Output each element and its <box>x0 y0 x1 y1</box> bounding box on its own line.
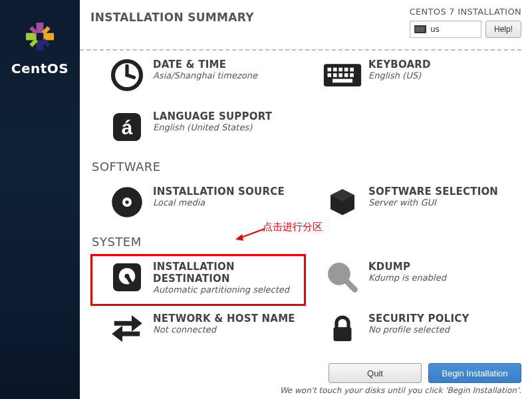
spoke-installation-destination[interactable]: INSTALLATION DESTINATION Automatic parti… <box>90 254 306 306</box>
keyboard-layout-indicator[interactable]: us <box>410 21 481 38</box>
spoke-keyboard[interactable]: KEYBOARD English (US) <box>306 52 521 104</box>
spoke-title: KDUMP <box>368 261 446 273</box>
spoke-title: SOFTWARE SELECTION <box>368 186 498 198</box>
svg-rect-18 <box>333 73 337 77</box>
content: DATE & TIME Asia/Shanghai timezone KEYBO… <box>80 52 532 363</box>
spoke-subtitle: Asia/Shanghai timezone <box>153 70 257 80</box>
spoke-software-selection[interactable]: SOFTWARE SELECTION Server with GUI <box>306 179 521 231</box>
spoke-subtitle: Not connected <box>153 325 295 334</box>
help-button[interactable]: Help! <box>485 21 521 38</box>
keyboard-layout-value: us <box>430 25 440 34</box>
network-arrows-icon <box>106 309 148 350</box>
main-panel: INSTALLATION SUMMARY CENTOS 7 INSTALLATI… <box>80 0 532 399</box>
svg-rect-13 <box>333 68 337 72</box>
svg-line-32 <box>346 281 355 290</box>
header: INSTALLATION SUMMARY CENTOS 7 INSTALLATI… <box>80 0 532 48</box>
svg-rect-22 <box>332 79 352 83</box>
spoke-subtitle: Kdump is enabled <box>368 273 446 283</box>
svg-rect-12 <box>328 68 332 72</box>
begin-installation-button[interactable]: Begin Installation <box>428 363 521 383</box>
spoke-title: INSTALLATION DESTINATION <box>153 261 303 285</box>
package-icon <box>322 182 363 223</box>
quit-button[interactable]: Quit <box>329 363 422 383</box>
disc-icon <box>106 182 148 223</box>
header-divider <box>80 49 521 51</box>
spoke-kdump[interactable]: KDUMP Kdump is enabled <box>306 254 521 306</box>
footer: Quit Begin Installation We won't touch y… <box>80 359 532 399</box>
brand-text: CentOS <box>11 61 68 76</box>
section-system-heading: SYSTEM <box>92 235 521 249</box>
keyboard-mini-icon <box>414 25 426 33</box>
spoke-title: NETWORK & HOST NAME <box>153 313 295 325</box>
footer-note: We won't touch your disks until you clic… <box>280 386 521 395</box>
spoke-title: KEYBOARD <box>368 59 431 70</box>
spoke-security-policy[interactable]: SECURITY POLICY No profile selected <box>306 306 521 358</box>
spoke-title: INSTALLATION SOURCE <box>153 186 285 198</box>
spoke-subtitle: English (US) <box>368 70 431 80</box>
spoke-installation-source[interactable]: INSTALLATION SOURCE Local media <box>90 179 306 231</box>
spoke-subtitle: Local media <box>153 198 285 207</box>
spoke-title: DATE & TIME <box>153 59 257 70</box>
spoke-date-time[interactable]: DATE & TIME Asia/Shanghai timezone <box>90 52 306 104</box>
svg-rect-16 <box>350 68 354 72</box>
spoke-subtitle: No profile selected <box>368 325 469 334</box>
svg-line-10 <box>127 75 134 78</box>
svg-point-27 <box>125 200 128 203</box>
svg-rect-14 <box>338 68 342 72</box>
logo: CentOS <box>11 17 68 399</box>
svg-rect-21 <box>350 73 354 77</box>
page-subtitle: CENTOS 7 INSTALLATION <box>410 7 521 17</box>
svg-rect-17 <box>328 73 332 77</box>
svg-rect-20 <box>344 73 348 77</box>
centos-logo-icon <box>20 17 60 57</box>
svg-rect-15 <box>344 68 348 72</box>
spoke-subtitle: Automatic partitioning selected <box>153 285 303 295</box>
spoke-title: LANGUAGE SUPPORT <box>153 110 272 122</box>
hard-disk-icon <box>106 257 148 298</box>
sidebar: CentOS <box>0 0 80 399</box>
spoke-title: SECURITY POLICY <box>368 313 469 325</box>
section-software-heading: SOFTWARE <box>92 160 521 174</box>
lock-icon <box>322 309 363 350</box>
spoke-network-hostname[interactable]: NETWORK & HOST NAME Not connected <box>90 306 306 358</box>
spoke-subtitle: English (United States) <box>153 122 272 132</box>
magnifier-icon <box>322 257 363 298</box>
clock-icon <box>106 55 148 96</box>
keyboard-icon <box>322 55 363 96</box>
svg-text:á: á <box>122 116 133 138</box>
spoke-language-support[interactable]: á LANGUAGE SUPPORT English (United State… <box>90 104 306 156</box>
page-title: INSTALLATION SUMMARY <box>90 11 254 24</box>
language-icon: á <box>106 106 148 148</box>
svg-rect-33 <box>334 327 352 341</box>
svg-rect-19 <box>338 73 342 77</box>
spoke-subtitle: Server with GUI <box>368 198 498 207</box>
